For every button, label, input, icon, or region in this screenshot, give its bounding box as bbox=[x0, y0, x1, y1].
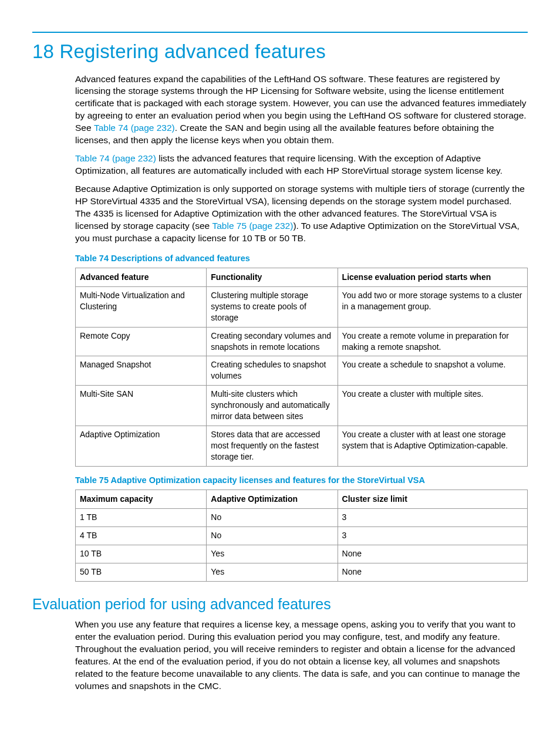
table-cell: 3 bbox=[338, 509, 527, 527]
table-cell: Yes bbox=[207, 563, 338, 581]
paragraph-1: Advanced features expand the capabilitie… bbox=[75, 73, 528, 147]
table-cell: 4 TB bbox=[76, 526, 207, 545]
paragraph-2: Table 74 (page 232) lists the advanced f… bbox=[75, 153, 528, 177]
table-cell: Managed Snapshot bbox=[76, 356, 207, 386]
table-75-caption: Table 75 Adaptive Optimization capacity … bbox=[75, 475, 528, 487]
table-row: 4 TBNo3 bbox=[76, 526, 528, 545]
table-header-row: Advanced feature Functionality License e… bbox=[76, 268, 528, 287]
paragraph-3: Because Adaptive Optimization is only su… bbox=[75, 183, 528, 245]
table-header: License evaluation period starts when bbox=[338, 268, 527, 287]
table-cell: You add two or more storage systems to a… bbox=[338, 286, 527, 327]
table-cell: Stores data that are accessed most frequ… bbox=[207, 426, 338, 466]
section-title-evaluation: Evaluation period for using advanced fea… bbox=[32, 595, 528, 615]
table-cell: You create a cluster with at least one s… bbox=[338, 426, 527, 466]
table-cell: 1 TB bbox=[76, 509, 207, 527]
table-cell: Yes bbox=[207, 545, 338, 563]
table-cell: 50 TB bbox=[76, 563, 207, 581]
table-row: 10 TBYesNone bbox=[76, 545, 528, 563]
table-cell: No bbox=[207, 526, 338, 545]
table-row: Remote CopyCreating secondary volumes an… bbox=[76, 327, 528, 356]
table-row: 1 TBNo3 bbox=[76, 509, 528, 527]
table-cell: No bbox=[207, 509, 338, 527]
table-cell: Creating secondary volumes and snapshots… bbox=[207, 327, 338, 356]
table-row: 50 TBYesNone bbox=[76, 563, 528, 581]
table-75: Maximum capacity Adaptive Optimization C… bbox=[75, 490, 528, 581]
table-cell: Multi-Site SAN bbox=[76, 386, 207, 426]
table-header-row: Maximum capacity Adaptive Optimization C… bbox=[76, 490, 528, 509]
table-row: Multi-Site SANMulti-site clusters which … bbox=[76, 386, 528, 426]
table-header: Adaptive Optimization bbox=[207, 490, 338, 509]
table-cell: Adaptive Optimization bbox=[76, 426, 207, 466]
table-row: Adaptive OptimizationStores data that ar… bbox=[76, 426, 528, 466]
table-header: Cluster size limit bbox=[338, 490, 527, 509]
table-cell: None bbox=[338, 545, 527, 563]
table-cell: 3 bbox=[338, 526, 527, 545]
link-table-74-a[interactable]: Table 74 (page 232) bbox=[94, 123, 175, 133]
link-table-75[interactable]: Table 75 (page 232) bbox=[212, 221, 293, 231]
table-cell: Remote Copy bbox=[76, 327, 207, 356]
table-cell: 10 TB bbox=[76, 545, 207, 563]
table-74-caption: Table 74 Descriptions of advanced featur… bbox=[75, 253, 528, 265]
table-row: Managed SnapshotCreating schedules to sn… bbox=[76, 356, 528, 386]
chapter-title: 18 Registering advanced features bbox=[32, 39, 528, 65]
table-74: Advanced feature Functionality License e… bbox=[75, 268, 528, 466]
table-cell: You create a remote volume in preparatio… bbox=[338, 327, 527, 356]
top-rule bbox=[32, 32, 528, 33]
table-cell: None bbox=[338, 563, 527, 581]
table-cell: Creating schedules to snapshot volumes bbox=[207, 356, 338, 386]
link-table-74-b[interactable]: Table 74 (page 232) bbox=[75, 153, 156, 163]
table-header: Functionality bbox=[207, 268, 338, 287]
table-header: Advanced feature bbox=[76, 268, 207, 287]
table-cell: Multi-site clusters which synchronously … bbox=[207, 386, 338, 426]
paragraph-eval: When you use any feature that requires a… bbox=[75, 619, 528, 693]
table-row: Multi-Node Virtualization and Clustering… bbox=[76, 286, 528, 327]
table-cell: Multi-Node Virtualization and Clustering bbox=[76, 286, 207, 327]
table-cell: You create a cluster with multiple sites… bbox=[338, 386, 527, 426]
table-cell: Clustering multiple storage systems to c… bbox=[207, 286, 338, 327]
table-cell: You create a schedule to snapshot a volu… bbox=[338, 356, 527, 386]
table-header: Maximum capacity bbox=[76, 490, 207, 509]
